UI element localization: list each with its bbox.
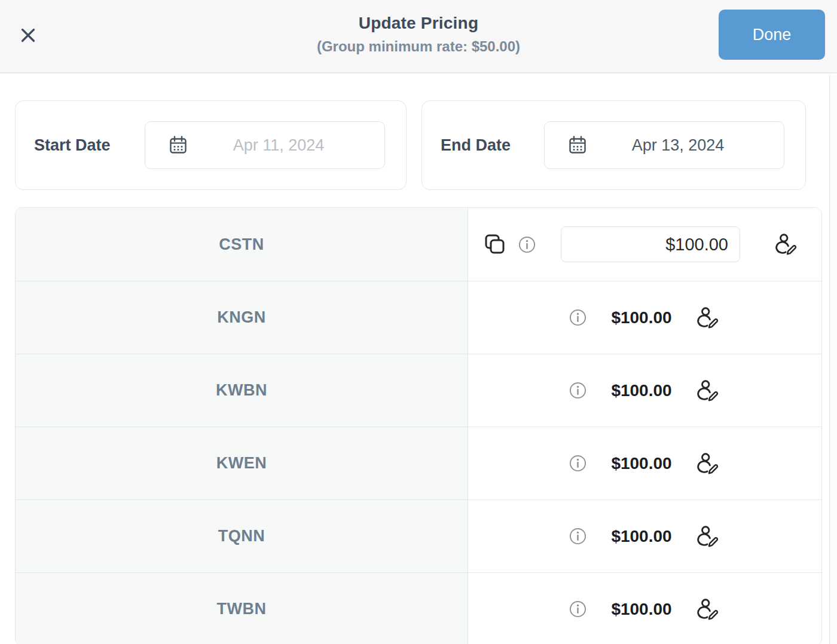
room-type-label: CSTN xyxy=(219,235,264,254)
room-type-cell: CSTN xyxy=(16,208,468,281)
modal-title: Update Pricing xyxy=(317,14,520,33)
room-type-label: TQNN xyxy=(218,527,265,545)
start-date-label: Start Date xyxy=(16,136,111,155)
price-cell xyxy=(468,208,821,281)
end-date-input[interactable] xyxy=(588,136,784,155)
price-value: $100.00 xyxy=(611,381,671,400)
user-edit-icon[interactable] xyxy=(774,232,799,257)
room-type-cell: TWBN xyxy=(16,573,468,644)
close-button[interactable] xyxy=(17,24,39,47)
room-type-label: TWBN xyxy=(217,600,267,618)
price-cell: $100.00 xyxy=(468,573,821,644)
scrollbar[interactable] xyxy=(829,75,837,644)
user-edit-icon[interactable] xyxy=(696,305,721,330)
info-icon[interactable] xyxy=(569,308,587,327)
modal-subtitle: (Group minimum rate: $50.00) xyxy=(317,38,520,55)
start-date-card: Start Date xyxy=(15,100,407,190)
title-block: Update Pricing (Group minimum rate: $50.… xyxy=(317,14,520,59)
room-type-cell: KWBN xyxy=(16,354,468,427)
info-icon[interactable] xyxy=(569,527,587,545)
table-row: TQNN$100.00 xyxy=(16,499,821,572)
table-row: KNGN$100.00 xyxy=(16,281,821,354)
user-edit-icon[interactable] xyxy=(696,524,721,549)
table-row: KWEN$100.00 xyxy=(16,427,821,499)
info-icon[interactable] xyxy=(518,235,536,254)
date-filter-row: Start Date End Date xyxy=(15,100,822,190)
start-date-input[interactable] xyxy=(188,136,384,155)
room-type-label: KWEN xyxy=(216,454,267,473)
price-value: $100.00 xyxy=(611,527,671,546)
price-cell: $100.00 xyxy=(468,500,821,572)
user-edit-icon[interactable] xyxy=(696,451,721,476)
update-pricing-modal: Update Pricing (Group minimum rate: $50.… xyxy=(0,0,837,644)
price-cell: $100.00 xyxy=(468,427,821,499)
price-value: $100.00 xyxy=(611,454,671,473)
end-date-label: End Date xyxy=(422,136,511,155)
copy-icon[interactable] xyxy=(482,232,506,256)
pricing-table: CSTNKNGN$100.00KWBN$100.00KWEN$100.00TQN… xyxy=(15,207,822,644)
calendar-icon xyxy=(168,135,188,155)
end-date-card: End Date xyxy=(421,100,806,190)
room-type-label: KWBN xyxy=(216,381,267,400)
room-type-cell: KNGN xyxy=(16,281,468,354)
start-date-field[interactable] xyxy=(145,121,385,169)
table-row: TWBN$100.00 xyxy=(16,572,821,644)
room-type-cell: TQNN xyxy=(16,500,468,572)
price-value: $100.00 xyxy=(611,600,671,619)
price-value: $100.00 xyxy=(611,308,671,327)
room-type-label: KNGN xyxy=(217,308,266,327)
price-cell: $100.00 xyxy=(468,354,821,427)
close-icon xyxy=(18,25,38,45)
table-row: KWBN$100.00 xyxy=(16,354,821,427)
modal-header: Update Pricing (Group minimum rate: $50.… xyxy=(0,0,837,73)
user-edit-icon[interactable] xyxy=(696,378,721,403)
price-cell: $100.00 xyxy=(468,281,821,354)
price-input[interactable] xyxy=(561,226,740,262)
end-date-field[interactable] xyxy=(544,121,784,169)
calendar-icon xyxy=(567,135,588,155)
table-row: CSTN xyxy=(16,208,821,281)
info-icon[interactable] xyxy=(569,381,587,400)
info-icon[interactable] xyxy=(569,600,587,618)
done-button[interactable]: Done xyxy=(719,10,825,60)
room-type-cell: KWEN xyxy=(16,427,468,499)
info-icon[interactable] xyxy=(569,454,587,473)
user-edit-icon[interactable] xyxy=(696,597,721,622)
